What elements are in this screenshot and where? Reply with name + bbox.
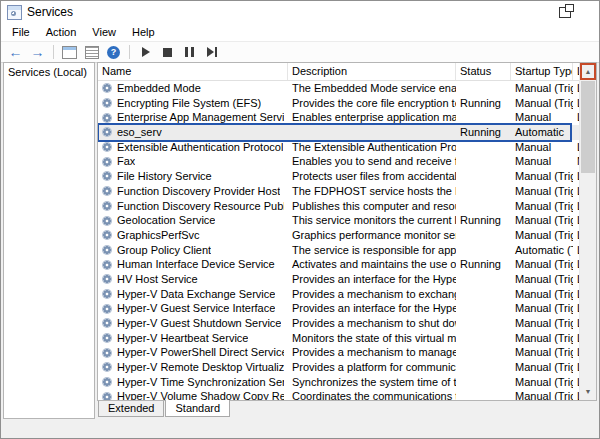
tab-standard[interactable]: Standard: [165, 400, 230, 417]
show-console-tree-button[interactable]: [59, 43, 80, 61]
service-description: The service is responsible for applying …: [288, 243, 456, 258]
restore-window-button[interactable]: [559, 7, 571, 18]
service-gear-icon: [102, 113, 112, 123]
column-header-description[interactable]: Description: [288, 63, 456, 80]
stop-service-button[interactable]: [157, 43, 178, 61]
service-name: Hyper-V PowerShell Direct Service: [117, 345, 284, 360]
service-row-file-history-service[interactable]: File History ServiceProtects user files …: [98, 169, 579, 184]
menu-file[interactable]: File: [4, 25, 38, 39]
service-name-cell: Embedded Mode: [98, 81, 288, 96]
service-row-embedded-mode[interactable]: Embedded ModeThe Embedded Mode service e…: [98, 81, 579, 96]
restart-service-button[interactable]: [201, 43, 222, 61]
service-description: Provides a mechanism to exchange dat...: [288, 287, 456, 302]
menu-help[interactable]: Help: [124, 25, 163, 39]
service-row-group-policy-client[interactable]: Group Policy ClientThe service is respon…: [98, 243, 579, 258]
scroll-down-button[interactable]: ▼: [580, 383, 596, 400]
service-row-hyper-v-powershell-direct-service[interactable]: Hyper-V PowerShell Direct ServiceProvide…: [98, 345, 579, 360]
service-gear-icon: [102, 289, 112, 299]
tab-extended[interactable]: Extended: [98, 401, 164, 417]
service-row-hyper-v-volume-shadow-copy-requestor[interactable]: Hyper-V Volume Shadow Copy RequestorCoor…: [98, 389, 579, 400]
service-description: The Extensible Authentication Protocol .…: [288, 140, 456, 155]
help-button[interactable]: ?: [103, 43, 124, 61]
service-name: Geolocation Service: [117, 213, 215, 228]
vertical-scrollbar[interactable]: ▲ ▼: [579, 63, 596, 400]
service-row-hyper-v-heartbeat-service[interactable]: Hyper-V Heartbeat ServiceMonitors the st…: [98, 331, 579, 346]
service-status: [456, 110, 511, 125]
service-row-hv-host-service[interactable]: HV Host ServiceProvides an interface for…: [98, 272, 579, 287]
service-startup-type: Manual: [511, 140, 573, 155]
stop-service-icon: [163, 48, 172, 57]
start-service-button[interactable]: [135, 43, 156, 61]
service-row-fax[interactable]: FaxEnables you to send and receive faxes…: [98, 154, 579, 169]
service-row-extensible-authentication-protocol[interactable]: Extensible Authentication ProtocolThe Ex…: [98, 140, 579, 155]
service-startup-type: Manual (Trig...: [511, 213, 573, 228]
service-status: [456, 301, 511, 316]
service-gear-icon: [102, 171, 112, 181]
service-gear-icon: [102, 260, 112, 270]
service-status: [456, 184, 511, 199]
scroll-up-button[interactable]: ▲: [580, 63, 596, 80]
service-startup-type: Automatic: [511, 125, 573, 140]
tree-item-services-local[interactable]: Services (Local): [4, 63, 94, 81]
service-name-cell: Group Policy Client: [98, 243, 288, 258]
service-gear-icon: [102, 142, 112, 152]
service-status: [456, 272, 511, 287]
service-name-cell: GraphicsPerfSvc: [98, 228, 288, 243]
service-gear-icon: [102, 392, 112, 400]
service-row-hyper-v-guest-service-interface[interactable]: Hyper-V Guest Service InterfaceProvides …: [98, 301, 579, 316]
menu-view[interactable]: View: [84, 25, 124, 39]
column-header-name[interactable]: Name: [98, 63, 288, 80]
column-header-status[interactable]: Status: [456, 63, 511, 80]
service-description: Protects user files from accidental loss…: [288, 169, 456, 184]
service-row-hyper-v-time-synchronization-service[interactable]: Hyper-V Time Synchronization ServiceSync…: [98, 375, 579, 390]
service-startup-type: Manual (Trig...: [511, 316, 573, 331]
service-row-hyper-v-guest-shutdown-service[interactable]: Hyper-V Guest Shutdown ServiceProvides a…: [98, 316, 579, 331]
service-row-eso-serv[interactable]: eso_servRunningAutomatic: [98, 125, 579, 140]
service-description: Provides a mechanism to shut down th...: [288, 316, 456, 331]
service-row-encrypting-file-system-efs[interactable]: Encrypting File System (EFS)Provides the…: [98, 96, 579, 111]
column-header-startup-type[interactable]: Startup Type: [511, 63, 573, 80]
service-row-human-interface-device-service[interactable]: Human Interface Device ServiceActivates …: [98, 257, 579, 272]
forward-button[interactable]: →: [27, 43, 48, 61]
service-name: Hyper-V Guest Shutdown Service: [117, 316, 281, 331]
service-name-cell: Hyper-V Heartbeat Service: [98, 331, 288, 346]
service-name-cell: Human Interface Device Service: [98, 257, 288, 272]
service-row-hyper-v-remote-desktop-virtualization-ser[interactable]: Hyper-V Remote Desktop Virtualization Se…: [98, 360, 579, 375]
scrollbar-thumb[interactable]: [581, 81, 595, 173]
service-row-enterprise-app-management-service[interactable]: Enterprise App Management ServiceEnables…: [98, 110, 579, 125]
export-list-button[interactable]: [81, 43, 102, 61]
services-app-icon: [7, 5, 22, 20]
menubar: FileActionViewHelp: [1, 23, 599, 41]
service-status: Running: [456, 96, 511, 111]
service-name: HV Host Service: [117, 272, 198, 287]
menu-action[interactable]: Action: [38, 25, 85, 39]
toolbar-separator: [129, 45, 130, 59]
service-name: Function Discovery Provider Host: [117, 184, 280, 199]
window-title: Services: [27, 5, 73, 19]
start-service-icon: [142, 47, 150, 57]
service-description: Provides an interface for the Hyper-V h.…: [288, 272, 456, 287]
back-button[interactable]: ←: [5, 43, 26, 61]
service-startup-type: Manual: [511, 154, 573, 169]
service-status: [456, 345, 511, 360]
service-row-function-discovery-resource-publication[interactable]: Function Discovery Resource PublicationP…: [98, 199, 579, 214]
service-gear-icon: [102, 201, 112, 211]
service-name: Hyper-V Time Synchronization Service: [117, 375, 284, 390]
service-status: Running: [456, 213, 511, 228]
service-name-cell: Hyper-V Remote Desktop Virtualization Se…: [98, 360, 288, 375]
service-status: [456, 154, 511, 169]
service-description: Synchronizes the system time of this vir…: [288, 375, 456, 390]
pause-service-button[interactable]: [179, 43, 200, 61]
console-tree-panel: Services (Local): [3, 62, 95, 419]
service-startup-type: Manual (Trig...: [511, 345, 573, 360]
service-row-graphicsperfsvc[interactable]: GraphicsPerfSvcGraphics performance moni…: [98, 228, 579, 243]
service-name: Hyper-V Volume Shadow Copy Requestor: [117, 389, 284, 400]
service-description: Publishes this computer and resources ..…: [288, 199, 456, 214]
service-gear-icon: [102, 304, 112, 314]
service-row-function-discovery-provider-host[interactable]: Function Discovery Provider HostThe FDPH…: [98, 184, 579, 199]
help-icon: ?: [107, 46, 120, 59]
service-description: The FDPHOST service hosts the Functio...: [288, 184, 456, 199]
service-gear-icon: [102, 348, 112, 358]
service-row-geolocation-service[interactable]: Geolocation ServiceThis service monitors…: [98, 213, 579, 228]
service-row-hyper-v-data-exchange-service[interactable]: Hyper-V Data Exchange ServiceProvides a …: [98, 287, 579, 302]
